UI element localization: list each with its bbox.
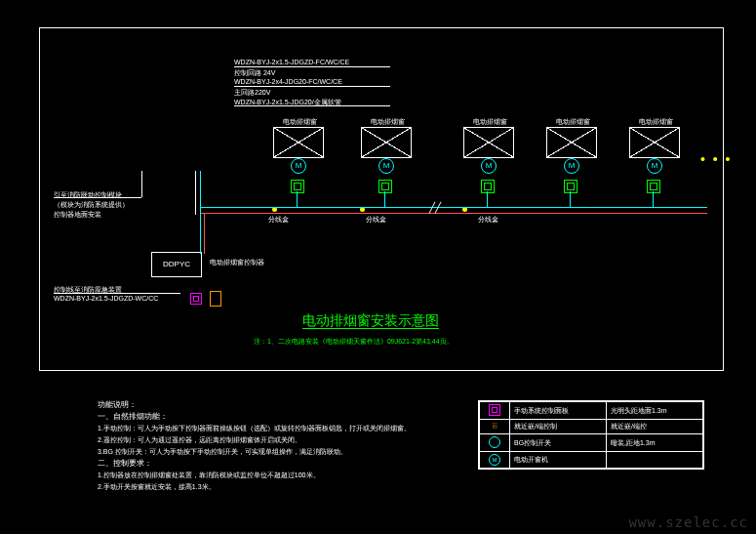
bg-switch-icon (489, 436, 500, 448)
notes-s2: 二、控制要求： (98, 459, 152, 469)
fire-module-note-2: （模块为消防系统提供） (54, 200, 129, 210)
junction-label: 分线盒 (366, 215, 386, 225)
junction-label: 分线盒 (268, 215, 289, 225)
notes-s2-2: 2.手动开关按窗就近安装，接高1.3米。 (98, 482, 216, 492)
cable-note-2: 主回路220V (234, 88, 270, 98)
legend-row: ⍓ 就近嵌/端控制 就近嵌/端控 (480, 420, 703, 434)
legend-row: M 电动开窗机 (480, 452, 703, 469)
junction-box-icon (647, 180, 660, 193)
legend-table: 手动系统控制面板 光明头距地面1.3m ⍓ 就近嵌/端控制 就近嵌/端控 BG控… (478, 400, 704, 470)
window-label: 电动排烟窗 (473, 117, 507, 127)
window-symbol (273, 127, 324, 158)
legend-row: BG控制开关 暗装,距地1.3m (480, 434, 703, 452)
window-label: 电动排烟窗 (639, 117, 673, 127)
junction-box-icon (564, 180, 577, 193)
bus-line-cyan (200, 207, 707, 208)
diagram-title: 电动排烟窗安装示意图 (302, 312, 439, 330)
panel-symbol-icon (190, 293, 202, 305)
window-label: 电动排烟窗 (371, 117, 405, 127)
panel-symbol-icon (489, 404, 500, 416)
continuation-dots: • • • (700, 151, 732, 167)
notes-s1-3: 3.BG 控制开关：可人为手动按下手动控制开关，可实现单组操作，满足消防联动。 (98, 447, 347, 457)
junction-label: 分线盒 (478, 215, 498, 225)
window-symbol (629, 127, 680, 158)
fire-module-note-1: 引至消防联动控制模块 (54, 190, 122, 200)
cable-note-1: 控制回路 24V (234, 68, 275, 78)
motor-icon: M (291, 158, 306, 174)
window-symbol (546, 127, 597, 158)
notes-heading: 功能说明： (98, 400, 137, 410)
window-label: 电动排烟窗 (556, 117, 590, 127)
title-note: 注：1、二次电路安装《电动排烟天窗作法》09J621-2第43,44页。 (254, 337, 454, 347)
motor-icon: M (564, 158, 579, 174)
switch-symbol-icon (210, 291, 221, 307)
notes-s2-1: 1.控制器放在控制排烟窗处装置，靠消防模块或监控单位不超超过100米。 (98, 471, 320, 480)
bus-line-red (200, 213, 707, 214)
watermark: www.szelec.cc (628, 514, 748, 530)
junction-box-icon (378, 180, 392, 193)
window-label: 电动排烟窗 (283, 117, 317, 127)
switch-symbol-icon: ⍓ (490, 422, 499, 431)
motor-icon: M (378, 158, 394, 174)
fire-module-note-3: 控制器地面安装 (54, 210, 101, 220)
junction-box-icon (291, 180, 304, 193)
cable-spec-2: WDZN-BYJ-2x4-JDG20-FC/WC/CE (234, 78, 342, 85)
motor-legend-icon: M (489, 454, 500, 466)
motor-icon: M (481, 158, 497, 174)
notes-s1-2: 2.遥控控制：可人为通过遥控器，远距离控制排烟窗体开启或关闭。 (98, 435, 301, 445)
window-symbol (361, 127, 412, 158)
notes-s1-1: 1.手动控制：可人为手动按下控制器面前操纵按钮（选配）或旋转控制器面板钥匙，打开… (98, 424, 411, 433)
controller-label: 电动排烟窗控制器 (210, 258, 264, 267)
cable-spec-1: WDZN-BYJ-2x1.5-JDGZD-FC/WC/CE (234, 59, 349, 65)
cable-spec-4: WDZN-BYJ-2x1.5-JDGZD-WC/CC (54, 295, 158, 302)
window-symbol (463, 127, 514, 158)
junction-box-icon (481, 180, 495, 193)
notes-s1: 一、自然排烟功能： (98, 412, 168, 422)
legend-row: 手动系统控制面板 光明头距地面1.3m (480, 402, 703, 420)
controller-box: DDPYC (151, 252, 202, 277)
motor-icon: M (647, 158, 662, 174)
